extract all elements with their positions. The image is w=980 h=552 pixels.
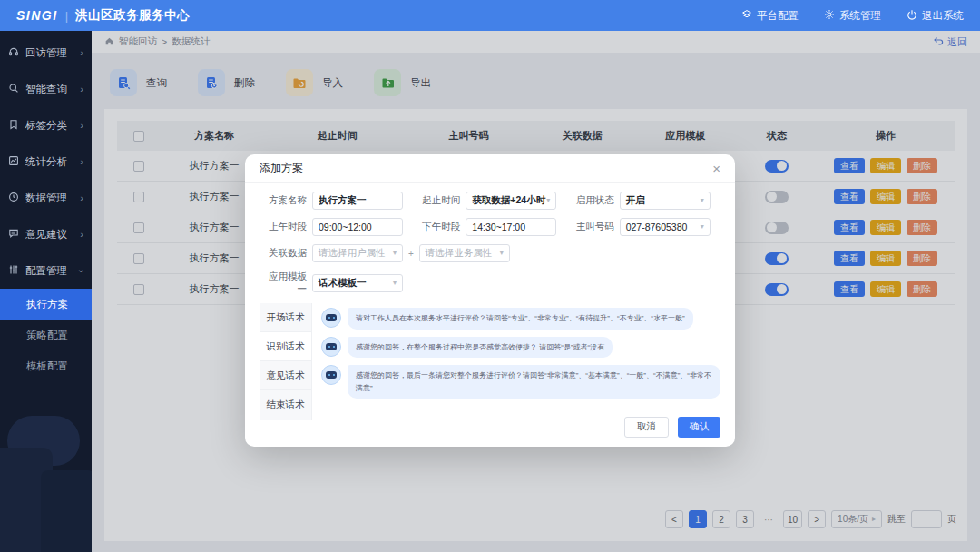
clock-icon xyxy=(8,192,19,204)
enable-status-label: 启用状态 xyxy=(567,194,614,207)
related-data-label: 关联数据 xyxy=(260,247,307,260)
script-tabs: 开场话术 识别话术 意见话术 结束话术 xyxy=(260,303,312,420)
caller-select[interactable]: 027-87605380 ▾ xyxy=(620,218,710,236)
system-manage-menu[interactable]: 系统管理 xyxy=(824,9,881,23)
bookmark-icon xyxy=(8,119,19,132)
headset-icon xyxy=(8,46,19,59)
sidebar-item-peizhi[interactable]: 配置管理 › xyxy=(0,252,92,289)
close-icon[interactable]: × xyxy=(712,162,720,175)
sidebar-sub-label: 执行方案 xyxy=(26,298,68,311)
sidebar-item-label: 智能查询 xyxy=(25,83,67,96)
layers-icon xyxy=(741,9,752,22)
sidebar-item-shuju[interactable]: 数据管理 › xyxy=(0,180,92,216)
platform-config-label: 平台配置 xyxy=(757,9,799,23)
topbar-menu: 平台配置 系统管理 退出系统 xyxy=(741,9,964,23)
sidebar-item-yijian[interactable]: 意见建议 › xyxy=(0,216,92,252)
time-range-value: 获取数据+24小时 xyxy=(472,194,545,207)
message-bubble: 感谢您的回答，最后一条请您对整个服务进行评价？请回答“非常满意”、“基本满意”、… xyxy=(348,365,720,399)
tab-recognition-script[interactable]: 识别话术 xyxy=(260,332,311,361)
morning-label: 上午时段 xyxy=(260,221,307,233)
search-icon xyxy=(8,83,19,95)
caret-down-icon: ▾ xyxy=(500,250,504,257)
enable-status-select[interactable]: 开启 ▾ xyxy=(620,192,710,210)
topbar: SINGI | 洪山区政务服务中心 平台配置 系统管理 退出系统 xyxy=(0,0,980,31)
sliders-icon xyxy=(8,264,19,277)
message-bubble: 请对工作人员在本次服务水平进行评价？请回答“专业”、“非常专业”、“有待提升”、… xyxy=(348,308,693,330)
template-value: 话术模板一 xyxy=(318,277,367,290)
modal-body: 方案名称 起止时间 获取数据+24小时 ▾ 启用状态 开启 ▾ 上午时段 xyxy=(245,183,735,420)
chevron-right-icon: › xyxy=(80,193,83,203)
caret-down-icon: ▾ xyxy=(393,280,397,287)
enable-status-value: 开启 xyxy=(626,194,645,207)
sidebar-item-label: 回访管理 xyxy=(25,46,67,60)
caret-down-icon: ▾ xyxy=(393,250,397,257)
chevron-right-icon: › xyxy=(80,84,83,94)
sidebar-sub-label: 策略配置 xyxy=(26,329,68,342)
sidebar-sub-zhixingfangan[interactable]: 执行方案 xyxy=(0,289,92,320)
chevron-right-icon: › xyxy=(80,121,83,131)
chevron-right-icon: › xyxy=(80,157,83,167)
message-row: 请对工作人员在本次服务水平进行评价？请回答“专业”、“非常专业”、“有待提升”、… xyxy=(321,308,720,330)
cancel-button[interactable]: 取消 xyxy=(624,417,669,438)
sidebar-item-huifang[interactable]: 回访管理 › xyxy=(0,34,92,71)
add-plan-modal: 添加方案 × 方案名称 起止时间 获取数据+24小时 ▾ 启用状态 开启 ▾ xyxy=(245,154,735,447)
sidebar-decoration xyxy=(0,407,92,552)
caret-down-icon: ▾ xyxy=(701,223,704,231)
robot-avatar-icon xyxy=(321,337,341,357)
robot-avatar-icon xyxy=(321,308,341,328)
confirm-button[interactable]: 确认 xyxy=(678,417,720,438)
modal-title: 添加方案 xyxy=(260,161,303,176)
modal-header: 添加方案 × xyxy=(245,154,735,183)
caller-value: 027-87605380 xyxy=(626,222,688,232)
biz-attribute-placeholder: 请选择业务属性 xyxy=(426,247,493,260)
chevron-down-icon: › xyxy=(77,269,87,272)
plan-name-label: 方案名称 xyxy=(260,194,307,207)
brand: SINGI | 洪山区政务服务中心 xyxy=(16,7,190,24)
chevron-right-icon: › xyxy=(80,230,83,240)
time-range-select[interactable]: 获取数据+24小时 ▾ xyxy=(466,192,556,210)
comment-icon xyxy=(8,228,19,241)
modal-footer: 取消 确认 xyxy=(245,407,735,447)
script-section: 开场话术 识别话术 意见话术 结束话术 请对工作人员在本次服务水平进行评价？请回… xyxy=(260,303,720,420)
biz-attribute-select[interactable]: 请选择业务属性 ▾ xyxy=(419,244,510,262)
sidebar-sub-celue[interactable]: 策略配置 xyxy=(0,320,92,350)
template-label: 应用模板一 xyxy=(260,271,307,296)
brand-divider: | xyxy=(65,9,68,23)
sidebar-item-label: 意见建议 xyxy=(25,228,67,242)
logout-label: 退出系统 xyxy=(922,9,964,23)
sidebar-sub-label: 模板配置 xyxy=(26,360,68,373)
tab-opinion-script[interactable]: 意见话术 xyxy=(260,361,311,390)
user-attribute-select[interactable]: 请选择用户属性 ▾ xyxy=(312,244,403,262)
robot-avatar-icon xyxy=(321,365,341,385)
plan-name-input[interactable] xyxy=(312,192,403,210)
sidebar-item-tongji[interactable]: 统计分析 › xyxy=(0,143,92,180)
sidebar-item-label: 配置管理 xyxy=(25,264,67,278)
tab-opening-script[interactable]: 开场话术 xyxy=(260,303,311,332)
sidebar-item-chaxun[interactable]: 智能查询 › xyxy=(0,71,92,107)
caller-label: 主叫号码 xyxy=(567,221,614,233)
script-messages: 请对工作人员在本次服务水平进行评价？请回答“专业”、“非常专业”、“有待提升”、… xyxy=(312,303,720,420)
message-row: 感谢您的回答，在整个服务过程中您是否感觉高效便捷？ 请回答“是”或者“没有 xyxy=(321,337,720,359)
caret-down-icon: ▾ xyxy=(701,197,704,204)
caret-down-icon: ▾ xyxy=(546,197,550,204)
chart-icon xyxy=(8,155,19,168)
power-icon xyxy=(906,9,917,22)
sidebar-sub-moban[interactable]: 模板配置 xyxy=(0,350,92,381)
plus-separator: + xyxy=(408,249,414,259)
afternoon-label: 下午时段 xyxy=(413,221,460,233)
sidebar-item-biaoqian[interactable]: 标签分类 › xyxy=(0,107,92,143)
message-bubble: 感谢您的回答，在整个服务过程中您是否感觉高效便捷？ 请回答“是”或者“没有 xyxy=(348,337,612,359)
sidebar-item-label: 统计分析 xyxy=(25,155,67,169)
logout-menu[interactable]: 退出系统 xyxy=(906,9,964,23)
chevron-right-icon: › xyxy=(80,48,83,58)
time-range-label: 起止时间 xyxy=(413,194,460,207)
template-select[interactable]: 话术模板一 ▾ xyxy=(312,274,403,292)
logo: SINGI xyxy=(16,8,58,23)
afternoon-input[interactable] xyxy=(466,218,556,236)
message-row: 感谢您的回答，最后一条请您对整个服务进行评价？请回答“非常满意”、“基本满意”、… xyxy=(321,365,720,399)
morning-input[interactable] xyxy=(312,218,403,236)
sidebar-item-label: 标签分类 xyxy=(25,119,67,133)
user-attribute-placeholder: 请选择用户属性 xyxy=(318,247,386,260)
platform-config-menu[interactable]: 平台配置 xyxy=(741,9,799,23)
gear-icon xyxy=(824,9,835,22)
